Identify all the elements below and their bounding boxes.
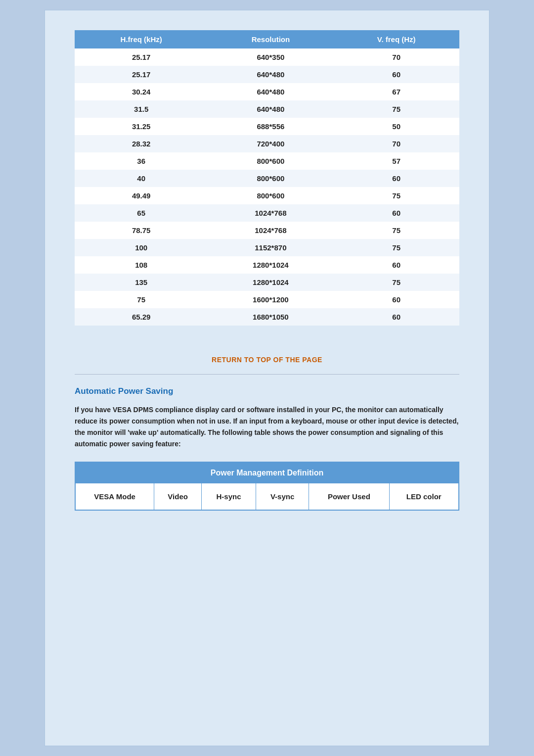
freq-cell-13-0: 135 (75, 274, 208, 291)
freq-cell-3-0: 31.5 (75, 100, 208, 118)
freq-cell-15-2: 60 (333, 308, 459, 326)
power-table-title: Power Management Definition (75, 462, 459, 483)
power-table-col-header-row: VESA Mode Video H-sync V-sync Power Used… (75, 483, 459, 510)
vfreq-header: V. freq (Hz) (333, 30, 459, 48)
page-container: H.freq (kHz) Resolution V. freq (Hz) 25.… (44, 10, 490, 746)
freq-cell-12-0: 108 (75, 256, 208, 274)
freq-cell-12-2: 60 (333, 256, 459, 274)
freq-cell-14-1: 1600*1200 (208, 291, 333, 308)
freq-table-row: 31.5640*48075 (75, 100, 459, 118)
freq-cell-7-1: 800*600 (208, 170, 333, 187)
freq-cell-10-1: 1024*768 (208, 222, 333, 239)
resolution-header: Resolution (208, 30, 333, 48)
freq-cell-0-2: 70 (333, 48, 459, 66)
freq-cell-12-1: 1280*1024 (208, 256, 333, 274)
freq-table-row: 36800*60057 (75, 152, 459, 170)
freq-cell-13-1: 1280*1024 (208, 274, 333, 291)
col-power-used: Power Used (309, 483, 389, 510)
col-hsync: H-sync (202, 483, 256, 510)
power-management-table: Power Management Definition VESA Mode Vi… (75, 462, 459, 511)
col-video: Video (154, 483, 202, 510)
freq-cell-7-0: 40 (75, 170, 208, 187)
freq-cell-4-2: 50 (333, 118, 459, 135)
freq-cell-4-0: 31.25 (75, 118, 208, 135)
col-led-color: LED color (389, 483, 459, 510)
hfreq-header: H.freq (kHz) (75, 30, 208, 48)
freq-cell-14-0: 75 (75, 291, 208, 308)
freq-cell-15-1: 1680*1050 (208, 308, 333, 326)
power-table-title-row: Power Management Definition (75, 462, 459, 483)
freq-table-row: 651024*76860 (75, 204, 459, 222)
freq-table-row: 751600*120060 (75, 291, 459, 308)
freq-cell-0-1: 640*350 (208, 48, 333, 66)
freq-table-row: 31.25688*55650 (75, 118, 459, 135)
freq-cell-3-1: 640*480 (208, 100, 333, 118)
freq-cell-2-1: 640*480 (208, 83, 333, 100)
freq-cell-1-2: 60 (333, 66, 459, 83)
freq-cell-9-0: 65 (75, 204, 208, 222)
freq-cell-11-1: 1152*870 (208, 239, 333, 256)
freq-table-row: 30.24640*48067 (75, 83, 459, 100)
freq-cell-7-2: 60 (333, 170, 459, 187)
freq-table-header-row: H.freq (kHz) Resolution V. freq (Hz) (75, 30, 459, 48)
section-divider (75, 374, 459, 375)
freq-table-row: 28.32720*40070 (75, 135, 459, 152)
freq-cell-0-0: 25.17 (75, 48, 208, 66)
freq-table-row: 78.751024*76875 (75, 222, 459, 239)
freq-table-row: 1001152*87075 (75, 239, 459, 256)
freq-table-row: 40800*60060 (75, 170, 459, 187)
freq-cell-9-1: 1024*768 (208, 204, 333, 222)
freq-cell-6-2: 57 (333, 152, 459, 170)
freq-cell-5-1: 720*400 (208, 135, 333, 152)
freq-cell-6-0: 36 (75, 152, 208, 170)
freq-cell-2-2: 67 (333, 83, 459, 100)
freq-cell-3-2: 75 (333, 100, 459, 118)
col-vesa-mode: VESA Mode (75, 483, 154, 510)
freq-cell-6-1: 800*600 (208, 152, 333, 170)
freq-cell-1-1: 640*480 (208, 66, 333, 83)
freq-table-row: 65.291680*105060 (75, 308, 459, 326)
section-title: Automatic Power Saving (75, 386, 459, 396)
freq-cell-10-0: 78.75 (75, 222, 208, 239)
freq-cell-5-2: 70 (333, 135, 459, 152)
freq-cell-11-0: 100 (75, 239, 208, 256)
frequency-table: H.freq (kHz) Resolution V. freq (Hz) 25.… (75, 30, 459, 326)
freq-cell-11-2: 75 (333, 239, 459, 256)
freq-cell-8-0: 49.49 (75, 187, 208, 204)
freq-cell-9-2: 60 (333, 204, 459, 222)
freq-cell-5-0: 28.32 (75, 135, 208, 152)
freq-table-row: 49.49800*60075 (75, 187, 459, 204)
freq-cell-13-2: 75 (333, 274, 459, 291)
return-to-top-link[interactable]: RETURN TO TOP OF THE PAGE (212, 356, 322, 364)
col-vsync: V-sync (256, 483, 309, 510)
auto-power-saving-section: Automatic Power Saving If you have VESA … (75, 386, 459, 450)
freq-cell-2-0: 30.24 (75, 83, 208, 100)
freq-cell-14-2: 60 (333, 291, 459, 308)
freq-table-row: 25.17640*35070 (75, 48, 459, 66)
freq-table-row: 1081280*102460 (75, 256, 459, 274)
freq-cell-8-1: 800*600 (208, 187, 333, 204)
freq-table-row: 1351280*102475 (75, 274, 459, 291)
return-to-top-container: RETURN TO TOP OF THE PAGE (75, 355, 459, 364)
section-body-text: If you have VESA DPMS compliance display… (75, 404, 459, 450)
freq-table-row: 25.17640*48060 (75, 66, 459, 83)
freq-cell-1-0: 25.17 (75, 66, 208, 83)
freq-cell-4-1: 688*556 (208, 118, 333, 135)
freq-cell-8-2: 75 (333, 187, 459, 204)
freq-cell-15-0: 65.29 (75, 308, 208, 326)
freq-cell-10-2: 75 (333, 222, 459, 239)
